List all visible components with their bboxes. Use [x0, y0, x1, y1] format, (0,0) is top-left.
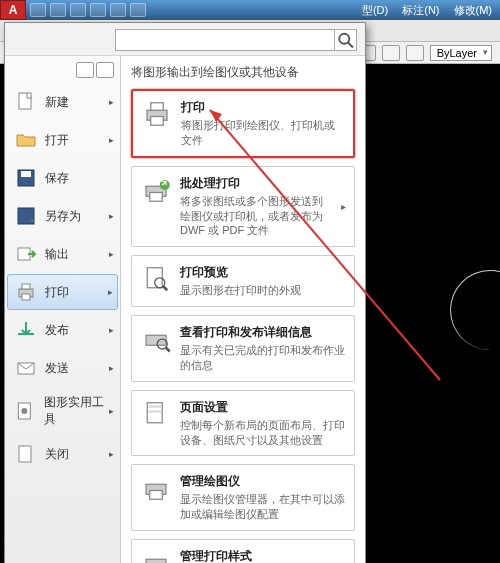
- menu-save[interactable]: 保存: [7, 160, 118, 196]
- card-desc: 将图形打印到绘图仪、打印机或文件: [181, 118, 345, 148]
- menu-search-row: [5, 23, 365, 56]
- svg-rect-2: [19, 93, 31, 109]
- save-icon: [13, 166, 39, 190]
- svg-point-12: [21, 408, 27, 414]
- file-new-icon: [13, 90, 39, 114]
- menu-close[interactable]: 关闭▸: [7, 436, 118, 472]
- search-input[interactable]: [115, 29, 335, 51]
- close-icon: [13, 442, 39, 466]
- drawing-arc: [450, 270, 500, 350]
- svg-rect-28: [149, 410, 162, 413]
- tool-icon[interactable]: [406, 45, 424, 61]
- print-icon[interactable]: [130, 3, 146, 17]
- card-title: 打印: [181, 99, 345, 116]
- card-title: 管理绘图仪: [180, 473, 346, 490]
- svg-rect-4: [21, 171, 31, 177]
- menu-send[interactable]: 发送▸: [7, 350, 118, 386]
- card-title: 管理打印样式: [180, 548, 346, 563]
- plot-style-icon: [140, 548, 172, 563]
- svg-line-1: [348, 43, 353, 48]
- menu-print[interactable]: 打印▸: [7, 274, 118, 310]
- menu-label: 图形实用工具: [44, 394, 112, 428]
- card-desc: 将多张图纸或多个图形发送到绘图仪或打印机，或者发布为 DWF 或 PDF 文件: [180, 194, 333, 239]
- svg-line-25: [166, 348, 170, 352]
- menu-label: 发布: [45, 322, 69, 339]
- card-print[interactable]: 打印将图形打印到绘图仪、打印机或文件: [131, 89, 355, 158]
- send-icon: [13, 356, 39, 380]
- publish-icon: [13, 318, 39, 342]
- card-plot-details[interactable]: 查看打印和发布详细信息显示有关已完成的打印和发布作业的信息: [131, 315, 355, 382]
- chevron-right-icon: ▸: [341, 201, 346, 212]
- card-desc: 显示绘图仪管理器，在其中可以添加或编辑绘图仪配置: [180, 492, 346, 522]
- plotter-icon: [140, 473, 172, 503]
- layer-combo[interactable]: ByLayer: [430, 45, 492, 61]
- svg-rect-13: [19, 446, 31, 462]
- tool-icon[interactable]: [382, 45, 400, 61]
- menu-left-column: 新建▸ 打开▸ 保存 另存为▸ 输出▸ 打印▸ 发布▸ 发送▸ 图形实用工具▸ …: [5, 56, 121, 563]
- svg-rect-23: [146, 335, 166, 345]
- batch-print-icon: [140, 175, 172, 205]
- folder-open-icon: [13, 128, 39, 152]
- menu-publish[interactable]: 发布▸: [7, 312, 118, 348]
- menu-save-as[interactable]: 另存为▸: [7, 198, 118, 234]
- menu-label: 打印: [45, 284, 69, 301]
- panel-title: 将图形输出到绘图仪或其他设备: [131, 64, 355, 81]
- search-icon: [335, 30, 356, 50]
- menu-label: 打开: [45, 132, 69, 149]
- menu-label: 新建: [45, 94, 69, 111]
- application-button[interactable]: A: [0, 0, 26, 20]
- printer-icon: [141, 99, 173, 129]
- search-button[interactable]: [335, 29, 357, 51]
- card-title: 页面设置: [180, 399, 346, 416]
- quick-access-toolbar: [30, 0, 146, 20]
- card-desc: 显示有关已完成的打印和发布作业的信息: [180, 343, 346, 373]
- menu-export[interactable]: 输出▸: [7, 236, 118, 272]
- details-icon: [140, 324, 172, 354]
- menu-item[interactable]: 标注(N): [402, 3, 439, 18]
- svg-line-22: [164, 287, 168, 291]
- card-batch-print[interactable]: 批处理打印将多张图纸或多个图形发送到绘图仪或打印机，或者发布为 DWF 或 PD…: [131, 166, 355, 248]
- card-title: 打印预览: [180, 264, 346, 281]
- svg-rect-16: [151, 117, 164, 126]
- printer-icon: [13, 280, 39, 304]
- undo-icon[interactable]: [90, 3, 106, 17]
- new-icon[interactable]: [30, 3, 46, 17]
- card-desc: 显示图形在打印时的外观: [180, 283, 346, 298]
- open-icon[interactable]: [50, 3, 66, 17]
- application-menu: 新建▸ 打开▸ 保存 另存为▸ 输出▸ 打印▸ 发布▸ 发送▸ 图形实用工具▸ …: [4, 22, 366, 563]
- layer-combo-label: ByLayer: [437, 47, 477, 59]
- menu-label: 关闭: [45, 446, 69, 463]
- save-as-icon: [13, 204, 39, 228]
- svg-rect-30: [150, 491, 163, 500]
- menu-open[interactable]: 打开▸: [7, 122, 118, 158]
- menu-new[interactable]: 新建▸: [7, 84, 118, 120]
- menu-label: 输出: [45, 246, 69, 263]
- card-print-preview[interactable]: 打印预览显示图形在打印时的外观: [131, 255, 355, 307]
- export-icon: [13, 242, 39, 266]
- svg-point-0: [339, 34, 349, 44]
- card-manage-plotters[interactable]: 管理绘图仪显示绘图仪管理器，在其中可以添加或编辑绘图仪配置: [131, 464, 355, 531]
- menu-item[interactable]: 型(D): [362, 3, 388, 18]
- svg-rect-18: [150, 192, 163, 201]
- menu-item[interactable]: 修改(M): [454, 3, 493, 18]
- svg-rect-15: [151, 103, 164, 111]
- redo-icon[interactable]: [110, 3, 126, 17]
- svg-rect-9: [22, 294, 30, 300]
- menu-utilities[interactable]: 图形实用工具▸: [7, 388, 118, 434]
- preview-icon: [140, 264, 172, 294]
- menu-right-panel: 将图形输出到绘图仪或其他设备 打印将图形打印到绘图仪、打印机或文件 批处理打印将…: [121, 56, 365, 563]
- menu-label: 发送: [45, 360, 69, 377]
- menu-label: 另存为: [45, 208, 81, 225]
- svg-rect-31: [146, 559, 166, 563]
- view-grid-icon[interactable]: [76, 62, 94, 78]
- page-setup-icon: [140, 399, 172, 429]
- card-title: 批处理打印: [180, 175, 333, 192]
- card-manage-plot-styles[interactable]: 管理打印样式显示打印样式管理器，从中可以修改打印样式表: [131, 539, 355, 563]
- save-icon[interactable]: [70, 3, 86, 17]
- card-desc: 控制每个新布局的页面布局、打印设备、图纸尺寸以及其他设置: [180, 418, 346, 448]
- svg-rect-27: [149, 405, 162, 408]
- wrench-icon: [13, 399, 38, 423]
- view-list-icon[interactable]: [96, 62, 114, 78]
- card-page-setup[interactable]: 页面设置控制每个新布局的页面布局、打印设备、图纸尺寸以及其他设置: [131, 390, 355, 457]
- menu-label: 保存: [45, 170, 69, 187]
